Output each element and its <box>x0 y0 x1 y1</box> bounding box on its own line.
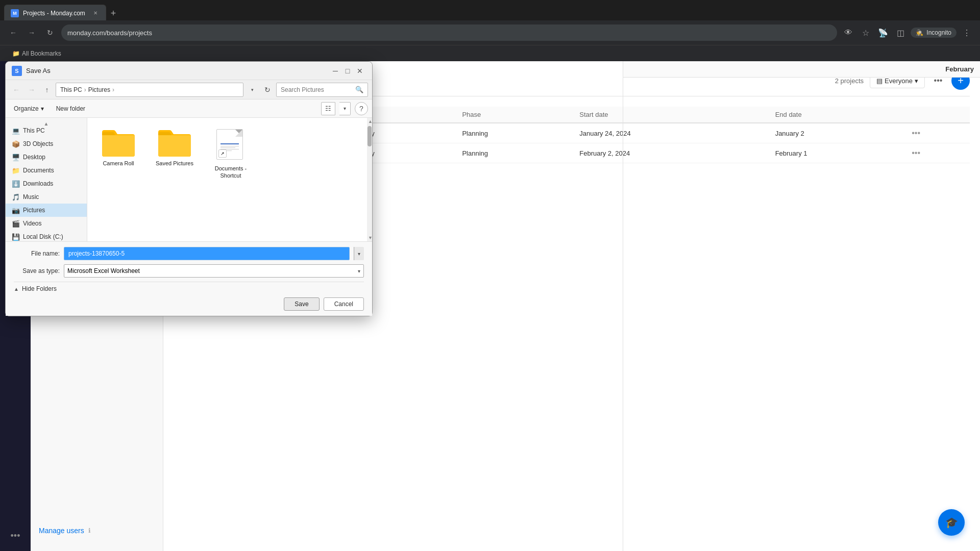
organize-label: Organize <box>14 105 39 112</box>
pictures-icon: 📷 <box>12 206 20 214</box>
file-item-saved-pictures[interactable]: Saved Pictures <box>152 126 198 183</box>
dialog-title-text: Save As <box>26 67 329 74</box>
manage-users-link[interactable]: Manage users ℹ <box>31 520 99 541</box>
up-nav-button[interactable]: ↑ <box>40 83 54 96</box>
nav-item-videos[interactable]: 🎬 Videos <box>6 217 87 230</box>
breadcrumb-bar[interactable]: This PC › Pictures › <box>56 83 243 97</box>
save-as-dialog: S Save As ─ □ ✕ ← → ↑ This PC › Pictures… <box>5 61 373 316</box>
dialog-file-area: Camera Roll Saved Pictures <box>87 118 367 241</box>
desktop-icon: 🖥️ <box>12 153 20 161</box>
file-name-label: File name: <box>14 250 60 257</box>
refresh-nav-button[interactable]: ↻ <box>261 83 274 96</box>
reload-button[interactable]: ↻ <box>43 26 57 40</box>
bookmarks-label: All Bookmarks <box>22 50 61 57</box>
sidebar-toggle-icon[interactable]: ◫ <box>893 26 908 40</box>
gantt-month-label: February <box>945 65 974 73</box>
file-name-dropdown-button[interactable]: ▾ <box>354 247 364 260</box>
all-bookmarks-link[interactable]: 📁 All Bookmarks <box>8 49 65 58</box>
bookmarks-icon: 📁 <box>12 50 20 57</box>
nav-item-music[interactable]: 🎵 Music <box>6 190 87 204</box>
bookmarks-bar: 📁 All Bookmarks <box>0 45 980 61</box>
nav-item-local-disk-label: Local Disk (C:) <box>23 233 63 240</box>
svg-text:S: S <box>15 68 18 74</box>
address-text: monday.com/boards/projects <box>67 29 152 37</box>
hide-folders-button[interactable]: ▲ Hide Folders <box>14 282 364 295</box>
file-label-camera-roll: Camera Roll <box>103 160 134 167</box>
organize-button[interactable]: Organize ▾ <box>10 104 48 114</box>
sidebar-icon-more[interactable]: ••• <box>6 527 24 545</box>
nav-item-desktop-label: Desktop <box>23 154 45 161</box>
dialog-scrollbar[interactable]: ▲ ▼ <box>367 118 372 241</box>
active-tab[interactable]: M Projects - Monday.com ✕ <box>4 5 106 21</box>
save-label: Save <box>295 300 308 308</box>
scroll-up-arrow[interactable]: ▲ <box>44 121 49 127</box>
cancel-button[interactable]: Cancel <box>324 297 364 311</box>
save-as-type-dropdown[interactable]: Microsoft Excel Worksheet ▾ <box>64 264 364 278</box>
maximize-button[interactable]: □ <box>341 65 354 77</box>
minimize-button[interactable]: ─ <box>329 65 341 77</box>
back-button[interactable]: ← <box>6 26 20 40</box>
breadcrumb-item-pictures[interactable]: Pictures <box>88 86 110 93</box>
table-cell-phase: Planning <box>456 143 573 163</box>
nav-item-pictures-label: Pictures <box>23 207 45 214</box>
forward-button[interactable]: → <box>24 26 39 40</box>
tabs-bar: M Projects - Monday.com ✕ + <box>0 0 980 20</box>
save-button[interactable]: Save <box>284 297 319 311</box>
file-item-documents-shortcut[interactable]: ↗ Documents -Shortcut <box>208 126 254 183</box>
new-folder-button[interactable]: New folder <box>52 104 89 114</box>
scrollbar-thumb[interactable] <box>368 126 372 146</box>
fab-button[interactable]: 🎓 <box>938 509 965 536</box>
documents-icon: 📁 <box>12 166 20 174</box>
nav-item-downloads-label: Downloads <box>23 180 53 187</box>
nav-item-music-label: Music <box>23 193 39 201</box>
file-name-row: File name: ▾ <box>14 247 364 260</box>
table-cell-phase: Planning <box>456 123 573 143</box>
expand-path-button[interactable]: ▾ <box>246 83 259 96</box>
save-as-type-value: Microsoft Excel Worksheet <box>67 267 140 274</box>
view-dropdown-button[interactable]: ▾ <box>339 102 351 115</box>
address-bar[interactable]: monday.com/boards/projects <box>61 24 837 41</box>
back-nav-button[interactable]: ← <box>10 83 23 96</box>
save-as-type-arrow-icon: ▾ <box>358 268 360 274</box>
nav-item-downloads[interactable]: ⬇️ Downloads <box>6 177 87 190</box>
file-name-input[interactable] <box>64 247 350 260</box>
gantt-header: February <box>623 61 980 78</box>
file-label-saved-pictures: Saved Pictures <box>156 160 193 167</box>
dialog-footer-buttons: Save Cancel <box>14 295 364 311</box>
tab-close-btn[interactable]: ✕ <box>91 9 100 17</box>
close-dialog-button[interactable]: ✕ <box>354 65 366 77</box>
breadcrumb-item-thispc[interactable]: This PC <box>60 86 82 93</box>
more-menu-icon[interactable]: ⋮ <box>960 26 974 40</box>
nav-item-documents[interactable]: 📁 Documents <box>6 164 87 177</box>
cancel-label: Cancel <box>334 300 353 308</box>
folder-icon-camera-roll <box>102 129 135 157</box>
manage-users-text: Manage users <box>39 527 84 535</box>
incognito-icon: 🕵 <box>916 29 923 36</box>
view-toggle-button[interactable]: ☷ <box>321 102 335 115</box>
eye-icon[interactable]: 👁 <box>841 26 855 40</box>
folder-icon-saved-pictures <box>158 129 191 157</box>
dialog-title-icon: S <box>12 66 22 76</box>
music-icon: 🎵 <box>12 193 20 201</box>
incognito-label: Incognito <box>926 29 951 36</box>
file-label-documents-shortcut: Documents -Shortcut <box>215 165 247 180</box>
nav-item-documents-label: Documents <box>23 167 54 174</box>
forward-nav-button[interactable]: → <box>25 83 38 96</box>
nav-item-local-disk[interactable]: 💾 Local Disk (C:) <box>6 230 87 241</box>
nav-item-pictures[interactable]: 📷 Pictures <box>6 204 87 217</box>
search-input[interactable] <box>281 86 355 93</box>
organize-arrow-icon: ▾ <box>41 105 44 112</box>
new-tab-button[interactable]: + <box>106 6 120 20</box>
bookmark-star-icon[interactable]: ☆ <box>859 26 873 40</box>
cast-icon[interactable]: 📡 <box>876 26 890 40</box>
local-disk-icon: 💾 <box>12 233 20 241</box>
breadcrumb-separator-2: › <box>112 86 114 93</box>
nav-item-desktop[interactable]: 🖥️ Desktop <box>6 151 87 164</box>
help-button[interactable]: ? <box>355 102 368 115</box>
file-item-camera-roll[interactable]: Camera Roll <box>95 126 141 183</box>
gantt-area: February <box>623 61 980 551</box>
nav-item-3d-objects[interactable]: 📦 3D Objects <box>6 137 87 151</box>
search-container: 🔍 <box>276 83 368 97</box>
tab-title: Projects - Monday.com <box>23 10 85 17</box>
breadcrumb-separator: › <box>84 86 86 93</box>
